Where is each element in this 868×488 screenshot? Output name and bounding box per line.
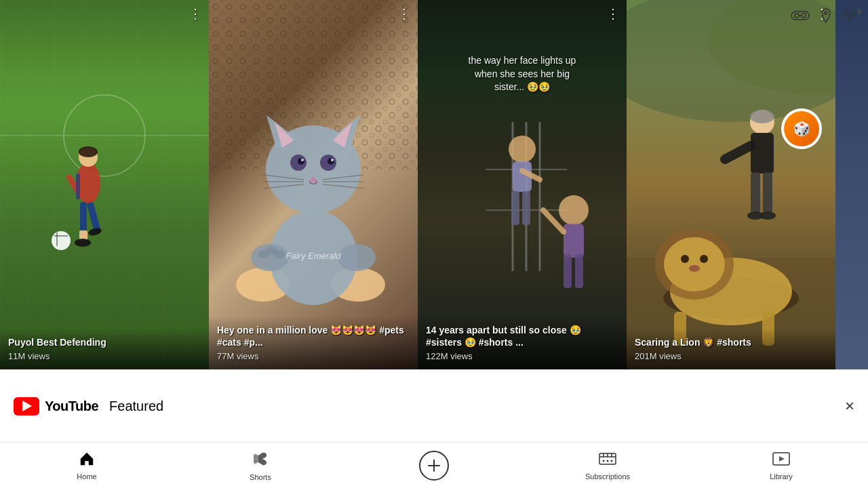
svg-point-5: [849, 20, 850, 21]
svg-line-88: [725, 146, 751, 159]
svg-point-14: [52, 231, 71, 250]
video-info-2: Hey one in a million love 😻😻😻😻 #pets #ca…: [209, 316, 418, 369]
video-card-1[interactable]: ⋮ Puyol Best Defending 11M views: [0, 0, 209, 369]
video-card-5[interactable]: [835, 0, 868, 369]
location-icon[interactable]: [821, 8, 831, 26]
video-card-3[interactable]: ⋮ the way her face lights upwhen she see…: [418, 0, 627, 369]
svg-point-63: [559, 195, 589, 225]
svg-point-98: [607, 460, 609, 462]
video-title-4: Scaring a Lion 🦁 #shorts: [635, 336, 827, 348]
svg-rect-66: [575, 254, 583, 288]
svg-point-77: [681, 255, 689, 263]
svg-rect-12: [86, 201, 100, 232]
youtube-logo: YouTube: [14, 397, 98, 415]
svg-point-78: [700, 255, 708, 263]
featured-label: Featured: [109, 399, 163, 414]
svg-rect-61: [511, 191, 519, 225]
svg-marker-101: [779, 456, 785, 462]
video-views-3: 122M views: [426, 351, 618, 361]
video-watermark-2: Fairy Emerald: [209, 251, 418, 261]
wifi-icon[interactable]: 5: [842, 9, 857, 25]
svg-rect-64: [564, 224, 584, 258]
bottom-nav: Home Shorts: [0, 442, 868, 488]
youtube-play-icon: [22, 401, 32, 411]
svg-point-38: [328, 158, 334, 165]
video-card-4[interactable]: 🎲 ⋮ Scaring a Lion 🦁 #shorts 201M views: [627, 0, 835, 369]
svg-rect-62: [522, 191, 530, 225]
videos-container: ⋮ Puyol Best Defending 11M views: [0, 0, 868, 369]
video-views-4: 201M views: [635, 351, 827, 361]
video-menu-2[interactable]: ⋮: [397, 7, 411, 20]
video-title-1: Puyol Best Defending: [8, 336, 201, 348]
nav-add[interactable]: [347, 451, 521, 481]
video-menu-1[interactable]: ⋮: [189, 7, 202, 20]
video-views-1: 11M views: [8, 351, 201, 361]
video-menu-3[interactable]: ⋮: [606, 7, 620, 20]
nav-shorts-label: Shorts: [250, 473, 271, 481]
video-info-3: 14 years apart but still so close 🥹 #sis…: [418, 316, 627, 369]
svg-point-37: [298, 158, 304, 165]
video-info-4: Scaring a Lion 🦁 #shorts 201M views: [627, 328, 835, 369]
svg-rect-83: [751, 133, 774, 174]
library-icon: [772, 451, 790, 470]
svg-point-59: [509, 136, 536, 163]
wifi-badge: 5: [857, 8, 861, 16]
svg-point-89: [750, 110, 774, 123]
nav-library[interactable]: Library: [694, 451, 868, 481]
nav-shorts[interactable]: Shorts: [174, 450, 347, 481]
svg-point-2: [802, 14, 806, 18]
featured-close-button[interactable]: ×: [845, 396, 854, 415]
svg-point-19: [75, 239, 91, 247]
svg-point-1: [795, 14, 799, 18]
featured-bar: YouTube Featured ×: [0, 369, 868, 442]
svg-point-87: [760, 211, 776, 220]
video-title-2: Hey one in a million love 😻😻😻😻 #pets #ca…: [217, 324, 410, 348]
nav-home[interactable]: Home: [0, 451, 174, 481]
svg-point-76: [664, 237, 725, 291]
vr-icon[interactable]: [791, 9, 810, 25]
svg-rect-85: [763, 172, 772, 213]
video-card-2[interactable]: ⋮ Fairy Emerald Hey one in a million lov…: [209, 0, 418, 369]
svg-point-39: [301, 159, 304, 161]
svg-point-10: [79, 146, 98, 157]
svg-point-99: [611, 460, 613, 462]
subscriptions-icon: [599, 451, 616, 470]
svg-rect-65: [564, 254, 572, 288]
home-icon: [79, 451, 95, 470]
video-info-1: Puyol Best Defending 11M views: [0, 328, 209, 369]
shorts-icon: [252, 450, 269, 470]
svg-rect-17: [76, 174, 80, 199]
youtube-icon: [14, 397, 39, 415]
svg-point-97: [603, 460, 605, 462]
video-overlay-text-3: the way her face lights upwhen she sees …: [418, 54, 627, 94]
youtube-text: YouTube: [45, 399, 98, 414]
channel-badge-4: 🎲: [781, 108, 822, 149]
svg-point-4: [825, 12, 827, 14]
video-title-3: 14 years apart but still so close 🥹 #sis…: [426, 324, 618, 348]
top-bar: 5: [791, 0, 868, 34]
nav-home-label: Home: [77, 472, 96, 481]
svg-point-40: [331, 159, 334, 161]
svg-rect-84: [751, 172, 760, 213]
svg-point-79: [689, 265, 700, 272]
add-button[interactable]: [419, 451, 449, 481]
nav-subscriptions[interactable]: Subscriptions: [521, 451, 694, 481]
video-views-2: 77M views: [217, 351, 410, 361]
nav-library-label: Library: [770, 472, 793, 481]
nav-subscriptions-label: Subscriptions: [585, 472, 630, 481]
